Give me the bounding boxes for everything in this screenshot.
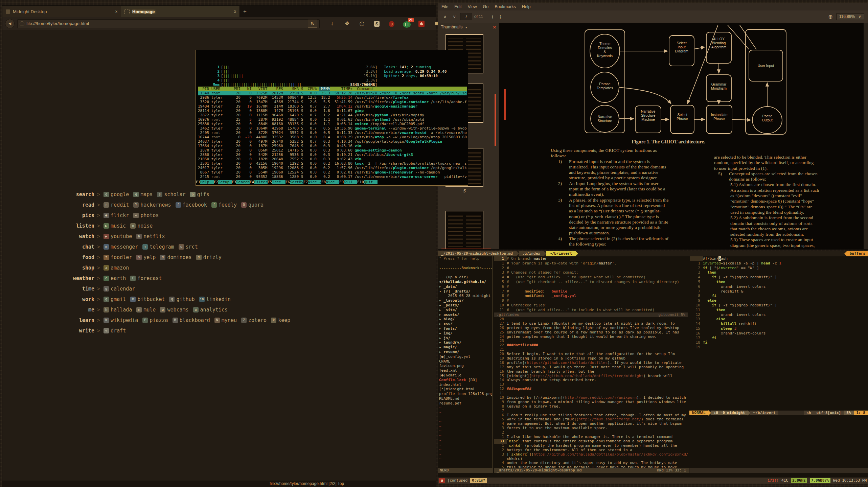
homepage-link-amazon[interactable]: aamazon [104, 265, 129, 271]
nerdtree-item[interactable]: [*]midnight.html [439, 387, 492, 392]
htop-fkey-F9[interactable]: F9Kill [339, 180, 357, 185]
homepage-link-hallada[interactable]: hhallada [104, 307, 132, 313]
homepage-link-dominoes[interactable]: ddominoes [160, 254, 191, 260]
htop-process-row[interactable]: 2870 tyler 20 0 856M 25012 14716 S 0.0 0… [198, 148, 467, 153]
homepage-link-google[interactable]: ggoogle [104, 191, 129, 198]
sidebar-scrollbar[interactable] [495, 94, 496, 146]
homepage-link-zotero[interactable]: Zzotero [241, 317, 267, 323]
htop-process-row[interactable]: 16976 root 25 5 287M 92192 48884 S 0.0 1… [198, 117, 467, 122]
markdown-buffer[interactable]: 2827I tend to use Linux (Ubuntu) on my d… [494, 317, 688, 468]
nerdtree-item[interactable]: [●]Gemfile [439, 373, 492, 378]
htop-process-row[interactable]: 2872 tyler 20 0 1115M 96468 6420 S 0.7 1… [198, 113, 467, 117]
htop-fkey-F8[interactable]: F8Nice + [321, 180, 339, 185]
htop-process-row[interactable]: 3501 tyler 20 0 42156 19640 1292 S 0.0 0… [198, 161, 467, 166]
htop-process-row[interactable]: 2860 tyler 20 0 542M 21256 9536 S 0.0 0.… [198, 153, 467, 157]
nerdtree-item[interactable]: favicon.png [439, 364, 492, 368]
homepage-link-youtube[interactable]: ▶youtube [104, 233, 132, 239]
ublock-pause-icon[interactable]: ❙❙21 [403, 20, 410, 27]
htop-fkey-F5[interactable]: F5Tree [268, 180, 285, 185]
nerdtree-item[interactable]: ▸ _data/ [439, 284, 492, 289]
homepage-link-bitbucket[interactable]: bbitbucket [130, 296, 165, 302]
htop-process-row[interactable]: 21050 tyler 20 0 182M 20648 7552 S 0.0 0… [198, 157, 467, 161]
chevron-down-icon[interactable]: ▾ [465, 25, 467, 29]
nerdtree-pane[interactable]: " Press ? for help----------Bookmarks---… [439, 256, 492, 468]
htop-process-row[interactable]: 16744 root 0 -20 44800 32532 3508 S 0.0 … [198, 135, 467, 139]
download-icon[interactable]: ↓ [328, 20, 336, 27]
htop-process-row[interactable]: 25838 tyler 20 0 884M 88160 33136 S 0.0 … [198, 122, 467, 126]
nerdtree-item[interactable]: ▸ css/ [439, 322, 492, 326]
menu-go[interactable]: Go [483, 4, 489, 9]
selected-page-thumbnail[interactable] [441, 249, 491, 249]
homepage-link-gifs[interactable]: Ggifs [190, 191, 209, 198]
homepage-link-noise[interactable]: nnoise [130, 223, 153, 229]
page-number-input[interactable]: 7 [460, 13, 472, 20]
homepage-link-calendar[interactable]: gcalendar [104, 286, 135, 292]
htop-process-row[interactable]: 17664 tyler 20 0 187M 25960 7648 S 0.0 0… [198, 144, 467, 148]
nerdtree-item[interactable]: 2015-05-28-midnight-deskto [439, 294, 492, 298]
homepage-link-keep[interactable]: kkeep [271, 317, 290, 323]
byobu-window[interactable]: 0:vim* [470, 478, 487, 483]
nerdtree-item[interactable]: ▸ assets/ [439, 312, 492, 317]
homepage-link-quora[interactable]: Qquora [241, 202, 264, 208]
nerdtree-item[interactable]: ▸ js/ [439, 336, 492, 341]
htop-fkey-F10[interactable]: F10Quit [357, 180, 378, 185]
htop-fkey-F3[interactable]: F3Search [232, 180, 250, 185]
homepage-link-piazza[interactable]: Ppiazza [142, 317, 168, 323]
nerdtree-item[interactable]: Gemfile.lock [RO] [439, 378, 492, 382]
homepage-link-scholar[interactable]: sscholar [157, 191, 185, 198]
umatrix-icon[interactable]: μ [388, 20, 395, 27]
vim-tab[interactable]: .g/index [519, 251, 544, 256]
homepage-link-webcams[interactable]: wwebcams [160, 307, 188, 313]
htop-process-row[interactable]: 24017 tyler 20 0 305M 19296 12088 S 0.0 … [198, 166, 467, 170]
menu-view[interactable]: View [468, 4, 477, 9]
homepage-link-photos[interactable]: ✣photos [133, 212, 159, 218]
tab-close-icon[interactable]: x [234, 9, 236, 14]
nerdtree-item[interactable]: [●]_config.yml [439, 354, 492, 359]
nerdtree-item[interactable]: ▸ _layouts/ [439, 298, 492, 303]
url-bar[interactable]: file:///home/tyler/homepage.html ↻ [17, 19, 320, 28]
nerdtree-item[interactable]: ▸ blog/ [439, 317, 492, 322]
vim-tab[interactable]: _/2015-05-28-midnight-desktop.md [438, 251, 516, 256]
zoom-fit-icon[interactable]: ⊕ [828, 14, 832, 20]
menu-edit[interactable]: Edit [454, 4, 462, 9]
homepage-link-github[interactable]: ggithub [169, 296, 195, 302]
nerdtree-item[interactable]: resume.pdf [439, 401, 492, 406]
stylish-icon[interactable]: S [373, 20, 381, 27]
homepage-link-facebook[interactable]: ffacebook [176, 202, 207, 208]
nerdtree-item[interactable]: ▸ laundry/ [439, 340, 492, 345]
extension-puzzle-icon[interactable]: ❖ [343, 20, 351, 27]
homepage-link-music[interactable]: ▶music [104, 223, 126, 229]
htop-fkey-F4[interactable]: F4Filter [250, 180, 268, 185]
homepage-link-earth[interactable]: eearth [104, 275, 126, 281]
htop-process-row[interactable]: 3462 tyler 20 0 1064M 43968 15700 S 0.7 … [198, 126, 467, 131]
history-back-button[interactable]: ⟨ [490, 14, 496, 20]
homepage-link-linkedin[interactable]: inlinkedin [199, 296, 231, 302]
buffers-tag[interactable]: buffers [847, 251, 868, 256]
nerdtree-item[interactable]: CNAME [439, 359, 492, 364]
pdf-scrollbar[interactable] [864, 23, 868, 249]
homepage-link-messenger[interactable]: mmessenger [104, 244, 138, 250]
nerdtree-item[interactable]: index.html [439, 382, 492, 387]
homepage-link-flickr[interactable]: ●flickr [104, 212, 129, 218]
homepage-link-srct[interactable]: ssrct [179, 244, 198, 250]
homepage-link-netflix[interactable]: Nnetflix [136, 233, 165, 239]
homepage-link-myneu[interactable]: Nmyneu [214, 317, 237, 323]
nerdtree-item[interactable]: ▸ _site/ [439, 308, 492, 312]
vim-tab[interactable]: ~/b/invert [546, 251, 575, 256]
htop-process-row[interactable]: 28114 tyler 20 0 1380M 147M 25196 S 0.0 … [198, 109, 467, 113]
nerdtree-item[interactable]: ▸ resume/ [439, 350, 492, 354]
htop-fkey-F6[interactable]: F6SortBy [285, 180, 303, 185]
history-forward-button[interactable]: ⟩ [498, 14, 503, 20]
shell-script-buffer[interactable]: #!/bin/bash1inverted=$(xcalib -a -p | he… [690, 256, 868, 411]
nerdtree-item[interactable]: ▾ [✗] _drafts/ [439, 289, 492, 294]
reload-button[interactable]: ↻ [308, 20, 317, 28]
zoom-level-dropdown[interactable]: 116.89% ∨ [836, 13, 864, 20]
homepage-link-drizly[interactable]: ddrizly [196, 254, 222, 260]
homepage-link-forecast[interactable]: Fforecast [130, 275, 162, 281]
htop-fkey-F1[interactable]: F1Help [196, 180, 214, 185]
htop-table-header[interactable]: PID USER PRI NI VIRT RES SHR S CPU% MEM%… [198, 87, 467, 91]
homepage-link-gmail[interactable]: ggmail [104, 296, 126, 302]
htop-fkey-F2[interactable]: F2Setup [214, 180, 232, 185]
htop-process-row[interactable]: 19484 tyler 39 19 1670M 214M 18300 S 0.7… [198, 104, 467, 109]
menu-help[interactable]: Help [522, 4, 531, 9]
